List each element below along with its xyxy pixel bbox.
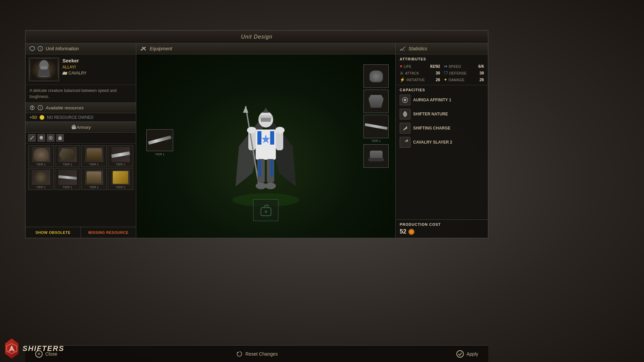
armory-item-3[interactable]: TIER 1 [108, 145, 133, 167]
capacity-shifter: SHIFTER NATURE [400, 109, 484, 119]
armory-item-label-6: TIER 1 [89, 186, 99, 189]
filter-misc[interactable] [47, 134, 54, 142]
armory-item-1[interactable]: TIER 1 [55, 145, 80, 167]
speed-value: 6/6 [478, 64, 484, 69]
armor-slot[interactable] [363, 90, 389, 113]
svg-point-53 [264, 210, 267, 213]
reset-btn[interactable]: Reset Changes [236, 351, 278, 357]
initiative-value: 26 [436, 77, 440, 82]
dust-icon [408, 229, 414, 235]
stats-label: Statistics [408, 46, 427, 51]
armory-item-7[interactable]: TIER 1 [108, 168, 133, 190]
logo-area: SHIFTERS [0, 335, 67, 362]
unit-description: A delicate creature balanced between spe… [26, 85, 136, 103]
weapon2-slot[interactable]: TIER 1 [363, 115, 389, 143]
svg-point-57 [405, 100, 406, 101]
attr-speed: ⇒ SPEED 6/6 [444, 64, 484, 69]
reset-label: Reset Changes [245, 351, 278, 357]
armory-item-label-5: TIER 1 [63, 186, 72, 189]
info-icon-2: i [38, 105, 43, 110]
logo-hex [5, 339, 18, 359]
boot-slot[interactable] [363, 144, 389, 168]
shifting-label: SHIFTING CHARGE [413, 126, 450, 131]
panels-container: i Unit Information [26, 43, 488, 238]
apply-btn[interactable]: Apply [456, 350, 478, 358]
unit-info-header: i Unit Information [26, 43, 136, 54]
svg-point-58 [404, 112, 406, 116]
anvil-icon [71, 124, 77, 130]
armory-item-4[interactable]: TIER 1 [28, 168, 54, 190]
helmet-slot[interactable] [363, 64, 389, 88]
reset-icon [236, 351, 243, 357]
auriga-icon [400, 95, 410, 105]
armory-item-img-0 [32, 147, 50, 162]
armory-item-5[interactable]: TIER 1 [55, 168, 80, 190]
filter-bag[interactable] [56, 134, 64, 142]
attr-defense: 🛡 DEFENSE 39 [444, 70, 484, 75]
unit-name: Seeker [62, 58, 133, 63]
heart-icon: ♥ [400, 64, 402, 69]
equipment-area: TIER 1 [136, 54, 395, 238]
bag-slot-box [253, 199, 279, 221]
damage-label: DAMAGE [449, 78, 478, 82]
logo-icon [5, 342, 18, 355]
armory-item-label-7: TIER 1 [116, 186, 125, 189]
svg-rect-20 [40, 139, 43, 140]
chart-icon [400, 46, 406, 51]
right-panel: Statistics ATTRIBUTES ♥ LIFE 92/92 ⇒ SPE… [396, 43, 488, 238]
production-cost: 52 [400, 228, 484, 235]
unit-avatar-img [29, 58, 59, 81]
attack-icon: ⚔ [400, 70, 404, 75]
resource-row: +50 NO RESOURCE OWNED [26, 113, 136, 121]
armory-item-label-4: TIER 1 [36, 186, 46, 189]
window-title: Unit Design [241, 34, 273, 40]
capacity-shifting: SHIFTING CHARGE [400, 123, 484, 134]
shield-icon [30, 46, 35, 51]
unit-faction: ALLAYI [62, 65, 133, 69]
damage-value: 26 [480, 77, 484, 82]
svg-point-48 [265, 183, 276, 189]
svg-rect-15 [73, 124, 75, 125]
svg-rect-37 [261, 118, 271, 122]
armory-item-img-4 [32, 170, 50, 185]
svg-rect-33 [257, 131, 261, 145]
character-figure [219, 79, 313, 213]
gold-coin-icon [40, 115, 44, 120]
right-slots: TIER 1 [363, 64, 389, 168]
svg-marker-65 [237, 352, 239, 353]
equipment-icon [140, 46, 146, 51]
left-panel: i Unit Information [26, 43, 136, 238]
resources-header: i Available resources [26, 103, 136, 113]
unit-info-section: Seeker ALLAYI CAVALRY [26, 54, 136, 85]
unit-type: CAVALRY [62, 71, 133, 75]
bag-slot[interactable] [253, 199, 279, 221]
weapon-slot[interactable]: TIER 1 [146, 129, 173, 156]
armory-item-0[interactable]: TIER 1 [28, 145, 54, 167]
svg-marker-0 [30, 46, 35, 51]
attributes-title: ATTRIBUTES [400, 57, 484, 61]
armor-slot-box [363, 90, 389, 113]
filter-sword[interactable] [28, 134, 36, 142]
armory-grid: TIER 1 TIER 1 TIER 1 TIER 1 [26, 144, 136, 192]
initiative-icon: ⚡ [400, 77, 405, 82]
helmet-slot-box [363, 64, 389, 88]
armory-item-6[interactable]: TIER 1 [81, 168, 107, 190]
production-section: PRODUCTION COST 52 [396, 219, 488, 238]
attr-initiative: ⚡ INITIATIVE 26 [400, 77, 440, 82]
shifter-label: SHIFTER NATURE [413, 112, 448, 116]
armory-item-2[interactable]: TIER 1 [81, 145, 107, 167]
svg-rect-13 [72, 127, 76, 129]
armory-item-label-1: TIER 1 [63, 163, 72, 166]
show-obsolete-btn[interactable]: SHOW OBSOLETE [26, 227, 81, 238]
capacity-cavalry: CAVALRY SLAYER 2 [400, 137, 484, 148]
shifting-icon [400, 123, 410, 134]
cavalry-icon [62, 71, 67, 75]
svg-rect-34 [270, 131, 274, 145]
filter-helmet[interactable] [38, 134, 45, 142]
resources-label: Available resources [46, 105, 84, 110]
weapon-slot-label: TIER 1 [155, 152, 164, 156]
title-bar: Unit Design [26, 31, 488, 43]
unit-info-label: Unit Information [46, 46, 79, 51]
missing-resource-btn[interactable]: MISSING RESOURCE [81, 227, 136, 238]
armor-img [368, 95, 384, 108]
